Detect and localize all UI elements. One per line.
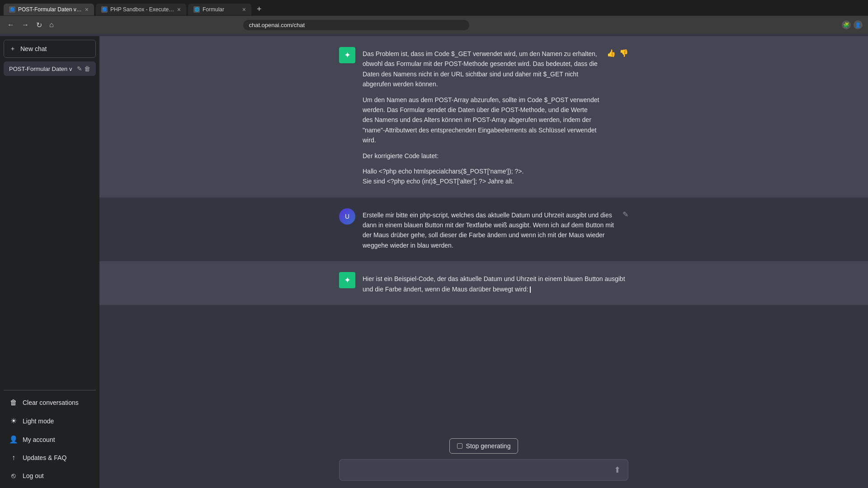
sidebar-item-clear[interactable]: 🗑 Clear conversations [4,394,96,411]
msg1-para1: Das Problem ist, dass im Code $_GET verw… [363,49,599,89]
chat-item-1-icons: ✎ 🗑 [77,65,90,72]
tab-bar: 🔵 POST-Formular Daten verarbeite... × 🔵 … [0,0,868,16]
sidebar-item-logout[interactable]: ⎋ Log out [4,467,96,484]
toolbar-icons: 🧩 👤 [842,20,863,29]
tab-1-favicon: 🔵 [9,6,15,13]
tab-1-close[interactable]: × [85,6,89,13]
stop-icon [457,443,462,449]
stop-generating-button[interactable]: Stop generating [449,438,519,454]
tab-2-close[interactable]: × [177,6,181,13]
extensions-icon[interactable]: 🧩 [842,20,851,29]
user-avatar: U [339,208,355,225]
tab-1-title: POST-Formular Daten verarbeite... [18,6,82,13]
input-area: Stop generating ⬆ [99,431,868,488]
chat-item-1[interactable]: POST-Formular Daten v ✎ 🗑 [4,61,96,76]
msg1-para4: Hallo <?php echo htmlspecialchars($_POST… [363,166,599,187]
input-box: ⬆ [339,459,628,481]
message-content-1: Das Problem ist, dass im Code $_GET verw… [363,47,599,187]
url-text: chat.openai.com/chat [249,22,305,28]
sidebar-item-updates[interactable]: ↑ Updates & FAQ [4,449,96,466]
msg1-para3: Der korrigierte Code lautet: [363,151,599,161]
logout-icon: ⎋ [9,472,18,480]
light-mode-label: Light mode [23,418,54,425]
msg2-text: Erstelle mir bitte ein php-script, welch… [363,210,615,251]
account-icon: 👤 [9,435,18,444]
message-block-1: ✦ Das Problem ist, dass im Code $_GET ve… [99,36,868,197]
stop-label: Stop generating [466,442,511,450]
new-chat-plus-icon: ＋ [9,45,16,53]
tab-2-title: PHP Sandbox - Execute PHP cod... [110,6,175,13]
delete-icon[interactable]: 🗑 [84,65,90,72]
message-inner-2: U Erstelle mir bitte ein php-script, wel… [339,208,628,251]
thumbs-down-icon[interactable]: 👎 [619,49,628,57]
edit-message-icon[interactable]: ✎ [623,210,628,219]
browser-chrome: 🔵 POST-Formular Daten verarbeite... × 🔵 … [0,0,868,34]
address-bar: ← → ↻ ⌂ chat.openai.com/chat 🧩 👤 [0,16,868,34]
clear-icon: 🗑 [9,399,18,407]
message-2-actions: ✎ [623,208,628,219]
message-content-2: Erstelle mir bitte ein php-script, welch… [363,208,615,251]
tab-3[interactable]: 🌐 Formular × [188,4,251,15]
clear-label: Clear conversations [23,399,79,406]
message-inner-1: ✦ Das Problem ist, dass im Code $_GET ve… [339,47,628,187]
app-wrapper: ＋ New chat POST-Formular Daten v ✎ 🗑 🗑 C… [0,36,868,488]
sidebar: ＋ New chat POST-Formular Daten v ✎ 🗑 🗑 C… [0,36,99,488]
gpt-avatar-3: ✦ [339,272,355,288]
gpt-logo-icon: ✦ [344,50,351,60]
msg3-text: Hier ist ein Beispiel-Code, der das aktu… [363,274,628,294]
profile-icon[interactable]: 👤 [854,20,863,29]
reload-button[interactable]: ↻ [34,20,44,30]
message-inner-3: ✦ Hier ist ein Beispiel-Code, der das ak… [339,272,628,294]
url-box[interactable]: chat.openai.com/chat [243,20,469,30]
message-input[interactable] [347,466,610,474]
message-block-2: U Erstelle mir bitte ein php-script, wel… [99,197,868,262]
sidebar-item-light-mode[interactable]: ☀ Light mode [4,412,96,430]
logout-label: Log out [23,472,44,479]
message-content-3: Hier ist ein Beispiel-Code, der das aktu… [363,272,628,294]
message-block-3: ✦ Hier ist ein Beispiel-Code, der das ak… [99,261,868,305]
tab-3-close[interactable]: × [242,6,246,13]
light-mode-icon: ☀ [9,417,18,425]
sidebar-spacer [4,78,96,388]
tab-1[interactable]: 🔵 POST-Formular Daten verarbeite... × [4,4,94,15]
main-content: ✦ Das Problem ist, dass im Code $_GET ve… [99,36,868,488]
send-icon[interactable]: ⬆ [614,465,621,475]
new-tab-button[interactable]: + [253,3,265,16]
tab-2-favicon: 🔵 [101,6,108,13]
forward-button[interactable]: → [20,20,31,30]
streaming-cursor [530,286,531,293]
chat-item-1-label: POST-Formular Daten v [9,66,73,72]
tab-2[interactable]: 🔵 PHP Sandbox - Execute PHP cod... × [96,4,186,15]
updates-label: Updates & FAQ [23,454,66,461]
account-label: My account [23,436,55,443]
sidebar-item-account[interactable]: 👤 My account [4,431,96,448]
gpt-logo-icon-3: ✦ [344,275,351,285]
tab-3-favicon: 🌐 [193,6,200,13]
messages-list: ✦ Das Problem ist, dass im Code $_GET ve… [99,36,868,431]
message-1-actions: 👍 👎 [607,47,628,57]
tab-3-title: Formular [203,6,240,13]
updates-icon: ↑ [9,454,18,462]
home-button[interactable]: ⌂ [47,20,56,30]
new-chat-label: New chat [20,45,47,52]
msg1-para2: Um den Namen aus dem POST-Array abzurufe… [363,95,599,145]
new-chat-button[interactable]: ＋ New chat [4,40,96,58]
back-button[interactable]: ← [5,20,16,30]
thumbs-up-icon[interactable]: 👍 [607,49,616,57]
sidebar-bottom: 🗑 Clear conversations ☀ Light mode 👤 My … [4,390,96,484]
edit-icon[interactable]: ✎ [77,65,82,72]
gpt-avatar-1: ✦ [339,47,355,63]
